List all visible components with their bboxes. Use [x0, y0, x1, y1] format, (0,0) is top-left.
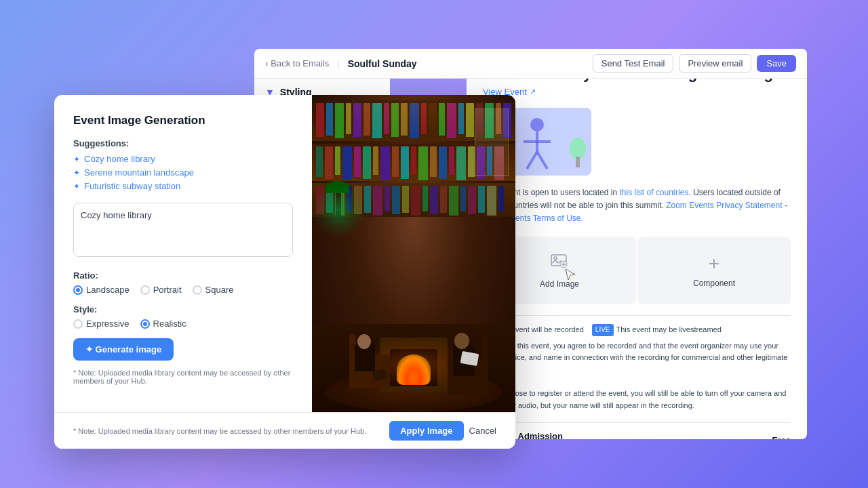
style-expressive[interactable]: Expressive: [73, 319, 130, 329]
ratio-landscape[interactable]: Landscape: [73, 285, 130, 295]
suggestion-3[interactable]: ✦ Futuristic subway station: [73, 181, 293, 191]
top-bar: ‹ Back to Emails | Soulful Sunday Send T…: [254, 49, 807, 79]
style-realistic-radio[interactable]: [140, 319, 150, 329]
chevron-left-icon: ‹: [265, 58, 268, 68]
ratio-portrait-label: Portrait: [153, 285, 182, 295]
style-options: Expressive Realistic: [73, 319, 293, 329]
divider: |: [337, 58, 339, 68]
recording-description-2: If you choose to register or attend the …: [483, 388, 791, 411]
add-component-box[interactable]: + Component: [637, 237, 791, 304]
live-badge: LIVE This event may be livestreamed: [592, 324, 722, 336]
svg-point-9: [554, 257, 557, 260]
sparkle-icon-3: ✦: [73, 182, 80, 191]
generate-button[interactable]: ✦ Generate image: [73, 338, 174, 361]
style-realistic-label: Realistic: [153, 319, 186, 329]
ratio-portrait-radio[interactable]: [140, 285, 150, 295]
ratio-options: Landscape Portrait Square: [73, 285, 293, 295]
suggestions-label: Suggestions:: [73, 138, 293, 148]
ticket-price: Free: [772, 435, 791, 439]
prompt-textarea[interactable]: Cozy home library: [73, 203, 293, 257]
ticket-section: General Admission My Ticket Free: [483, 422, 791, 439]
page-name: Soulful Sunday: [348, 58, 417, 69]
ratio-label: Ratio:: [73, 270, 293, 281]
ratio-landscape-label: Landscape: [86, 285, 130, 295]
recording-section: This event will be recorded LIVE This ev…: [483, 315, 791, 412]
modal-right-panel: [312, 95, 515, 412]
modal-footer: * Note: Uploaded media library content m…: [54, 412, 515, 449]
ratio-landscape-radio[interactable]: [73, 285, 83, 295]
svg-rect-7: [576, 157, 580, 167]
cancel-button[interactable]: Cancel: [469, 426, 496, 436]
live-text: This event may be livestreamed: [616, 324, 722, 336]
suggestion-2-text: Serene mountain landscape: [84, 167, 194, 178]
style-section: Style: Expressive Realistic: [73, 304, 293, 329]
live-icon: LIVE: [592, 324, 614, 336]
ratio-section: Ratio: Landscape Portrait Square: [73, 270, 293, 295]
svg-point-1: [530, 118, 544, 131]
image-generation-modal: Event Image Generation Suggestions: ✦ Co…: [54, 95, 515, 449]
library-scene: [312, 95, 515, 412]
style-realistic[interactable]: Realistic: [140, 319, 186, 329]
countries-link[interactable]: this list of countries: [619, 188, 688, 197]
privacy-link[interactable]: Zoom Events Privacy Statement: [666, 201, 782, 210]
recording-badges: This event will be recorded LIVE This ev…: [483, 324, 791, 336]
svg-point-6: [570, 138, 586, 159]
ratio-square-radio[interactable]: [193, 285, 202, 295]
suggestion-2[interactable]: ✦ Serene mountain landscape: [73, 167, 293, 178]
save-button[interactable]: Save: [757, 55, 796, 72]
plus-icon: +: [709, 253, 719, 274]
image-actions: Add Image + Component: [483, 237, 791, 304]
external-link-icon: ↗: [530, 87, 536, 96]
cursor: [564, 268, 576, 283]
style-expressive-label: Expressive: [86, 319, 130, 329]
recording-description-1: By joining this event, you agree to be r…: [483, 340, 791, 376]
style-label: Style:: [73, 304, 293, 314]
back-label: Back to Emails: [271, 58, 329, 68]
note-text: * Note: Uploaded media library content m…: [73, 369, 293, 385]
sparkle-icon-2: ✦: [73, 168, 80, 178]
ratio-square[interactable]: Square: [193, 285, 234, 295]
send-test-email-button[interactable]: Send Test Email: [593, 54, 674, 73]
back-to-emails[interactable]: ‹ Back to Emails: [265, 58, 329, 68]
suggestion-3-text: Futuristic subway station: [84, 181, 180, 191]
view-event-link[interactable]: View Event ↗: [483, 87, 791, 97]
modal-left-panel: Event Image Generation Suggestions: ✦ Co…: [54, 95, 312, 412]
component-label: Component: [693, 279, 735, 288]
ratio-square-label: Square: [205, 285, 234, 295]
preview-email-button[interactable]: Preview email: [679, 54, 751, 73]
apply-image-button[interactable]: Apply Image: [389, 421, 463, 441]
style-expressive-radio[interactable]: [73, 319, 83, 329]
sparkle-icon-1: ✦: [73, 155, 80, 164]
ratio-portrait[interactable]: Portrait: [140, 285, 182, 295]
suggestion-1[interactable]: ✦ Cozy home library: [73, 154, 293, 164]
email-preview-panel: Soulful Sunday Session: Yang to Yin Yoga…: [467, 49, 807, 439]
modal-title: Event Image Generation: [73, 114, 293, 127]
suggestion-1-text: Cozy home library: [84, 154, 155, 164]
event-description: This event is open to users located in t…: [483, 186, 791, 226]
note-footer: * Note: Uploaded media library content m…: [73, 427, 384, 435]
